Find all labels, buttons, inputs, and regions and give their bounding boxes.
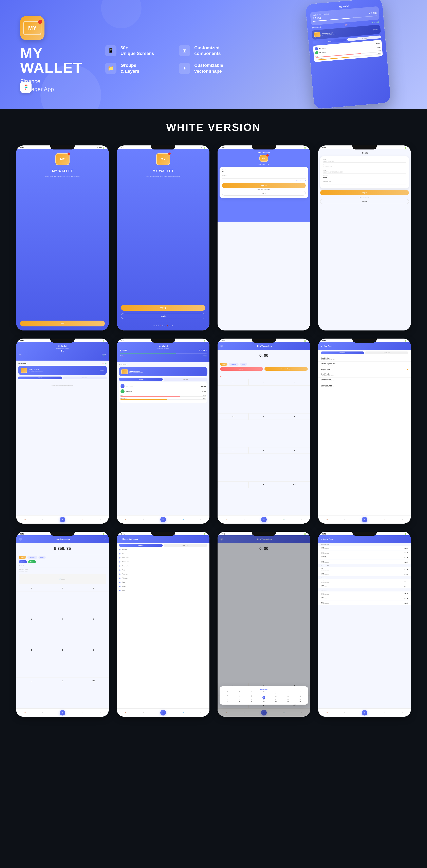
back-button[interactable]: ‹: [321, 538, 322, 540]
key-5[interactable]: 5: [249, 413, 279, 420]
list-item[interactable]: Home ›: [117, 588, 209, 592]
list-item[interactable]: Chaptmann & Co Chain Eateries at No 1, 1…: [318, 383, 411, 389]
key-0[interactable]: 0: [47, 678, 78, 684]
note-input[interactable]: For my job: [16, 565, 109, 567]
list-item[interactable]: Caffe Eat out of home $ 27.22: [318, 591, 411, 596]
check-button[interactable]: ✓: [306, 345, 307, 347]
settings-nav-item[interactable]: ⚙: [200, 519, 201, 520]
list-nav-item[interactable]: ☰: [344, 712, 345, 713]
home-nav-item[interactable]: 🏠: [226, 519, 227, 520]
list-item[interactable]: Jerom KJ Djerom Book OAK, California CA …: [318, 362, 411, 367]
key-delete[interactable]: ⌫: [279, 482, 310, 488]
calendar-popup[interactable]: NOVEMBER S M T W T F S 1 2: [220, 686, 308, 705]
today-date[interactable]: 13: [262, 696, 265, 699]
list-nav-item[interactable]: ☰: [344, 519, 345, 520]
key-7[interactable]: 7: [16, 647, 47, 653]
signup-submit-button[interactable]: Sign Up: [222, 183, 306, 188]
add-transaction-button[interactable]: +: [261, 517, 267, 522]
close-button[interactable]: ✕: [19, 538, 22, 540]
chart-nav-item[interactable]: 📊: [82, 519, 83, 520]
list-item[interactable]: Google Office: [318, 367, 411, 372]
list-item[interactable]: Caffe Eat out of home $ 12.05: [318, 560, 411, 564]
key-delete[interactable]: ⌫: [78, 678, 109, 684]
key-4[interactable]: 4: [218, 413, 249, 420]
key-6[interactable]: 6: [78, 616, 109, 622]
settings-nav-item[interactable]: ⚙: [402, 712, 402, 713]
list-item[interactable]: Pharmacy ›: [117, 572, 209, 576]
home-nav-item[interactable]: 🏠: [326, 712, 328, 713]
list-nav-item[interactable]: ☰: [143, 712, 144, 713]
yesterday-button[interactable]: Yesterday: [229, 363, 238, 366]
key-9[interactable]: 9: [78, 647, 109, 653]
list-item[interactable]: Lunch Eat out of home $ 10.11: [318, 579, 411, 584]
nearest-tab[interactable]: NEAREST: [321, 351, 364, 354]
add-transaction-button[interactable]: +: [60, 710, 65, 715]
list-item[interactable]: Lunch Eat out of home $ 12.36: [318, 601, 411, 605]
key-dot[interactable]: .: [218, 482, 249, 488]
list-nav-item[interactable]: ☰: [42, 712, 43, 713]
income-category-button[interactable]: Income: [19, 560, 27, 563]
chart-nav-item[interactable]: 📊: [182, 519, 184, 520]
home-nav-item[interactable]: 🏠: [125, 712, 126, 713]
key-1[interactable]: 1: [218, 379, 249, 385]
chart-nav-item[interactable]: 📊: [384, 712, 385, 713]
list-nav-item[interactable]: ☰: [244, 519, 245, 520]
add-transaction-button[interactable]: +: [160, 517, 166, 522]
add-transaction-button[interactable]: +: [362, 710, 367, 715]
login-submit-button[interactable]: Log In: [320, 190, 409, 195]
list-item[interactable]: Caffe Eat out of home $ 8.05: [318, 572, 411, 576]
home-nav-item[interactable]: 🏠: [25, 519, 26, 520]
chart-nav-item[interactable]: 📊: [82, 712, 83, 713]
list-item[interactable]: Kodak V A.B. 9 MICHIGAN ST 48, 1234: [318, 372, 411, 377]
check-button[interactable]: ✓: [104, 538, 106, 540]
key-8[interactable]: 8: [47, 647, 78, 653]
login-link-button2[interactable]: Log In: [320, 199, 409, 204]
note-input[interactable]: Note: [218, 372, 310, 375]
back-button[interactable]: ‹: [120, 538, 121, 540]
today-button[interactable]: Today: [220, 363, 227, 366]
list-item[interactable]: Veterinary ›: [117, 576, 209, 580]
salary-category-button[interactable]: Salary: [28, 560, 36, 563]
spent-tab[interactable]: SPENT: [119, 378, 163, 381]
forgot-password-link[interactable]: Forgot Password?: [222, 180, 306, 181]
list-item[interactable]: Caffe Eat out of home $ 10.11: [318, 584, 411, 588]
list-item[interactable]: Toys ›: [117, 580, 209, 584]
list-item[interactable]: Educations ›: [117, 560, 209, 564]
settings-nav-item[interactable]: ⚙: [402, 519, 402, 520]
settings-nav-item[interactable]: ⚙: [301, 519, 302, 520]
popular-tab[interactable]: POPULAR: [164, 544, 207, 547]
list-item[interactable]: Lunch Roullete Chain Eateries at No 1, 1…: [318, 377, 411, 383]
signup-button[interactable]: Sign Up: [121, 305, 205, 311]
list-item[interactable]: Caffe Eat out of home $ 15.98: [318, 596, 411, 600]
income-tab[interactable]: INCOME: [164, 378, 207, 381]
key-3[interactable]: 3: [279, 379, 310, 385]
list-item[interactable]: Caffe Eat out of home $ 8.05: [318, 567, 411, 572]
key-7[interactable]: 7: [218, 447, 249, 454]
income-tab[interactable]: INCOME: [63, 376, 107, 379]
list-item[interactable]: Caffe Eat out of home $ 35.05: [318, 546, 411, 550]
saving-account-card[interactable]: Saving Account Get up to 10% monthly int…: [119, 367, 207, 376]
list-item[interactable]: Car ›: [117, 552, 209, 556]
list-item[interactable]: Business ›: [117, 548, 209, 552]
login-button[interactable]: Log In: [121, 313, 205, 319]
home-nav-item[interactable]: 🏠: [25, 712, 26, 713]
key-9[interactable]: 9: [279, 447, 310, 454]
key-dot[interactable]: .: [16, 678, 47, 684]
back-button[interactable]: ‹: [321, 345, 322, 347]
chart-nav-item[interactable]: 📊: [283, 519, 284, 520]
other-button[interactable]: Other: [38, 556, 46, 559]
settings-nav-item[interactable]: ⚙: [100, 712, 101, 713]
key-8[interactable]: 8: [249, 447, 279, 454]
saving-account-card[interactable]: Saving Account Get up to 10% monthly int…: [18, 366, 107, 375]
spent-tab[interactable]: SPENT: [18, 376, 62, 379]
list-nav-item[interactable]: ☰: [42, 519, 43, 520]
key-0[interactable]: 0: [249, 482, 279, 488]
list-item[interactable]: Food ›: [117, 568, 209, 572]
list-item[interactable]: Lunch Eat out of home $ 12.05: [318, 551, 411, 555]
yesterday-button[interactable]: Yesterday: [27, 556, 37, 559]
key-2[interactable]: 2: [47, 585, 78, 591]
add-transaction-button[interactable]: +: [160, 710, 166, 715]
list-item[interactable]: Miss S Pollard BOURNEMOUTH, BH4 9AJ: [318, 356, 411, 362]
spent-category-button[interactable]: Spent ✓: [220, 367, 263, 371]
home-nav-item[interactable]: 🏠: [125, 519, 126, 520]
